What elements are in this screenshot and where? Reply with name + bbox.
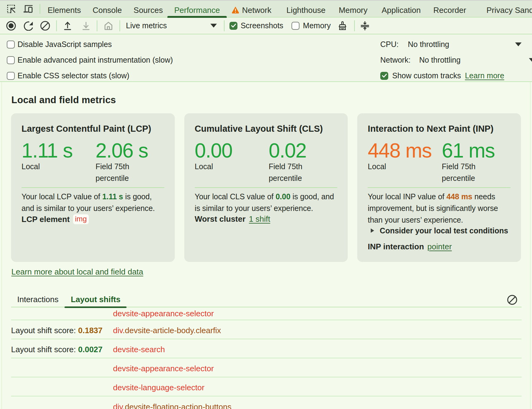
screenshots-label: Screenshots <box>241 21 283 30</box>
tab-recorder[interactable]: Recorder <box>427 1 473 17</box>
field-value: 0.02 <box>269 140 319 161</box>
tab-memory[interactable]: Memory <box>332 1 374 17</box>
performance-toolbar: Live metrics Screenshots Memory <box>0 17 532 34</box>
lcp-element-chip[interactable]: img <box>73 214 89 224</box>
live-metrics-panel: Local and field metrics Largest Contentf… <box>0 82 532 409</box>
view-mode-label: Live metrics <box>126 21 167 30</box>
learn-more-field-data-link[interactable]: Learn more about local and field data <box>11 267 143 277</box>
selector-part: div <box>113 402 123 409</box>
tab-label: Elements <box>48 6 81 15</box>
local-value: 1.11 s <box>22 140 96 161</box>
clear-log-icon[interactable] <box>507 295 517 306</box>
shifted-element-link[interactable]: devsite-search <box>113 345 165 354</box>
tab-network[interactable]: Network <box>225 1 278 17</box>
selector-part: devsite-appearance-selector <box>113 364 214 373</box>
option-checkbox-disable-javascript-samples[interactable]: Disable JavaScript samples <box>7 37 173 52</box>
gc-brush-icon[interactable] <box>337 21 348 31</box>
metric-card-inp: Interaction to Next Paint (INP)448 msLoc… <box>357 113 521 262</box>
record-button[interactable] <box>2 21 21 31</box>
layout-shift-row[interactable]: devsite-language-selector <box>11 377 522 396</box>
field-value: 2.06 s <box>96 140 148 161</box>
score-label: Layout shift score: <box>11 345 78 354</box>
clear-button[interactable] <box>37 21 54 31</box>
upload-profile-button[interactable] <box>57 21 78 31</box>
card-title: Interaction to Next Paint (INP) <box>368 124 510 134</box>
performance-options: Disable JavaScript samplesEnable advance… <box>0 34 532 82</box>
local-label: Local <box>22 161 72 172</box>
tab-console[interactable]: Console <box>86 1 128 17</box>
consider-conditions-label: Consider your local test conditions <box>380 226 508 235</box>
learn-more-link[interactable]: Learn more <box>465 71 504 80</box>
inspect-element-icon[interactable] <box>7 4 15 14</box>
tab-application[interactable]: Application <box>375 1 428 17</box>
consider-conditions-disclosure[interactable]: Consider your local test conditions <box>368 226 510 235</box>
tab-performance[interactable]: Performance <box>167 1 227 17</box>
screenshots-checkbox[interactable]: Screenshots <box>229 21 283 30</box>
selector-part: devsite-language-selector <box>113 383 205 392</box>
show-custom-tracks-label: Show custom tracks <box>392 71 461 80</box>
shifted-element-link[interactable]: div.devsite-floating-action-buttons <box>113 402 231 409</box>
cpu-throttling-select[interactable]: CPU: No throttling <box>380 37 532 52</box>
checkbox-unchecked-icon <box>291 22 299 30</box>
triangle-right-icon <box>370 228 375 233</box>
show-custom-tracks-checkbox[interactable]: Show custom tracks <box>380 71 461 80</box>
desc-part: Your local LCP value of <box>22 192 102 201</box>
shifted-element-link[interactable]: div.devsite-article-body.clearfix <box>113 326 221 335</box>
checkbox-unchecked-icon <box>7 41 15 49</box>
shifted-element-link[interactable]: devsite-language-selector <box>113 383 205 392</box>
device-toolbar-icon[interactable] <box>23 5 33 13</box>
tab-label: Privacy Sand <box>487 6 532 15</box>
card-divider <box>195 187 338 188</box>
memory-checkbox[interactable]: Memory <box>291 21 331 30</box>
network-value: No throttling <box>419 56 461 64</box>
score-label: Layout shift score: <box>11 326 78 335</box>
tab-lighthouse[interactable]: Lighthouse <box>280 1 332 17</box>
card-foot-link[interactable]: 1 shift <box>249 214 270 224</box>
checkbox-checked-icon <box>229 22 237 30</box>
layout-shifts-table: devsite-appearance-selectorLayout shift … <box>11 307 522 409</box>
layout-shift-row[interactable]: devsite-appearance-selector <box>11 307 522 320</box>
card-divider <box>22 187 164 188</box>
download-profile-button[interactable] <box>78 21 94 31</box>
layout-shift-row[interactable]: div.devsite-floating-action-buttons <box>11 396 522 409</box>
tab-label: Application <box>382 6 421 15</box>
home-button[interactable] <box>97 21 119 31</box>
tab-label: Memory <box>339 6 368 15</box>
toolbar-divider <box>224 20 225 31</box>
option-checkbox-enable-advanced-paint[interactable]: Enable advanced paint instrumentation (s… <box>7 52 173 68</box>
shifted-element-link[interactable]: devsite-appearance-selector <box>113 364 214 373</box>
selector-part: devsite-appearance-selector <box>113 309 214 318</box>
tab-privacy-sand[interactable]: Privacy Sand <box>480 1 532 17</box>
layout-shift-row[interactable]: Layout shift score: 0.0027devsite-search <box>11 339 522 358</box>
tab-label: Console <box>92 6 122 15</box>
layout-shift-row[interactable]: devsite-appearance-selector <box>11 358 522 377</box>
log-tab-layout-shifts[interactable]: Layout shifts <box>65 295 127 307</box>
field-label: Field 75th percentile <box>442 161 492 184</box>
option-label: Enable advanced paint instrumentation (s… <box>18 56 173 64</box>
log-tabs: InteractionsLayout shifts <box>11 293 522 307</box>
metric-cards: Largest Contentful Paint (LCP)1.11 sLoca… <box>11 113 521 262</box>
checkbox-checked-icon <box>380 72 388 80</box>
tab-label: Network <box>242 6 271 15</box>
score-value: 0.1837 <box>78 326 103 335</box>
card-foot-label: LCP element <box>22 215 70 224</box>
tab-elements[interactable]: Elements <box>41 1 88 17</box>
card-title: Cumulative Layout Shift (CLS) <box>195 124 338 134</box>
log-tab-interactions[interactable]: Interactions <box>11 295 65 307</box>
metrics-heading: Local and field metrics <box>0 82 532 106</box>
desc-part: Your local INP value of <box>368 192 446 201</box>
tab-label: Sources <box>134 6 163 15</box>
collapse-panel-icon[interactable] <box>355 21 375 31</box>
view-mode-select[interactable]: Live metrics <box>120 21 217 30</box>
desc-part: Your local CLS value of <box>195 192 276 201</box>
layout-shift-row[interactable]: Layout shift score: 0.1837div.devsite-ar… <box>11 320 522 339</box>
shifted-element-link[interactable]: devsite-appearance-selector <box>113 309 214 318</box>
reload-record-button[interactable] <box>21 21 37 31</box>
tab-label: Performance <box>174 6 220 15</box>
tab-label: Recorder <box>433 6 466 15</box>
option-checkbox-enable-css-selector[interactable]: Enable CSS selector stats (slow) <box>7 68 173 84</box>
card-foot-link[interactable]: pointer <box>427 242 452 251</box>
tab-sources[interactable]: Sources <box>127 1 170 17</box>
card-divider <box>368 187 510 188</box>
network-throttling-select[interactable]: Network: No throttling <box>380 52 532 68</box>
